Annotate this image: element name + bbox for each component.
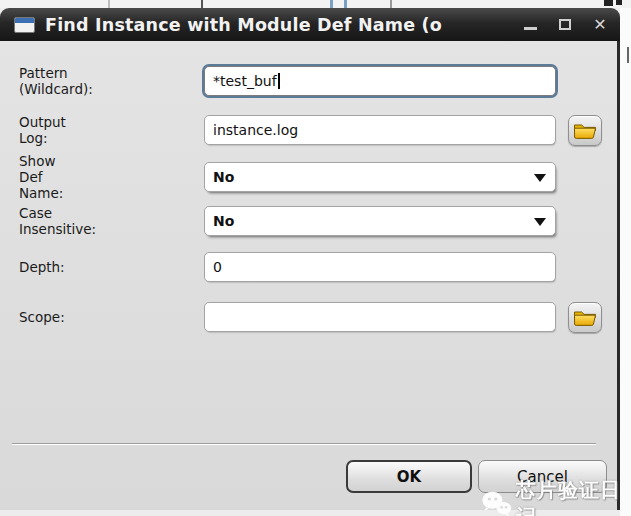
window-title: Find Instance with Module Def Name (o <box>45 15 514 35</box>
show-def-name-value: No <box>213 169 234 185</box>
minimize-button[interactable] <box>522 17 538 33</box>
divider <box>12 443 596 445</box>
case-insensitive-label: Case Insensitive: <box>19 205 96 237</box>
close-icon: ✕ <box>593 17 606 33</box>
cancel-button[interactable]: Cancel <box>478 460 607 493</box>
titlebar[interactable]: Find Instance with Module Def Name (o ✕ <box>0 8 620 41</box>
scope-browse-button[interactable] <box>568 302 602 333</box>
window-controls: ✕ <box>522 17 608 33</box>
show-def-name-label: Show Def Name: <box>19 153 63 201</box>
background-top-sliver <box>0 0 631 8</box>
window-frame-right <box>617 41 620 510</box>
close-button[interactable]: ✕ <box>592 17 608 33</box>
chevron-down-icon <box>534 218 546 226</box>
output-log-label: Output Log: <box>19 114 66 146</box>
background-bottom-strip <box>0 510 620 516</box>
text-caret <box>278 73 280 89</box>
background-right-strip <box>620 8 631 516</box>
screen: Find Instance with Module Def Name (o ✕ … <box>0 0 631 516</box>
scope-input[interactable] <box>204 302 556 332</box>
pattern-input[interactable]: *test_buf <box>204 66 556 96</box>
minimize-icon <box>524 27 537 30</box>
window-icon <box>14 17 35 33</box>
folder-icon <box>573 308 597 327</box>
ok-button[interactable]: OK <box>346 460 472 493</box>
depth-label: Depth: <box>19 259 65 275</box>
maximize-button[interactable] <box>557 17 573 33</box>
maximize-icon <box>559 19 571 30</box>
output-log-browse-button[interactable] <box>568 115 602 146</box>
pattern-label: Pattern (Wildcard): <box>19 65 93 97</box>
case-insensitive-value: No <box>213 213 234 229</box>
output-log-input[interactable]: instance.log <box>204 115 556 145</box>
case-insensitive-dropdown[interactable]: No <box>204 206 556 236</box>
dialog-body: Pattern (Wildcard): *test_buf Output Log… <box>0 41 617 510</box>
pattern-value: *test_buf <box>213 73 277 89</box>
scope-label: Scope: <box>19 309 65 325</box>
depth-value: 0 <box>213 259 222 275</box>
output-log-value: instance.log <box>213 122 298 138</box>
folder-icon <box>573 121 597 140</box>
background-mark <box>627 47 629 63</box>
depth-input[interactable]: 0 <box>204 252 556 282</box>
show-def-name-dropdown[interactable]: No <box>204 162 556 192</box>
chevron-down-icon <box>534 174 546 182</box>
